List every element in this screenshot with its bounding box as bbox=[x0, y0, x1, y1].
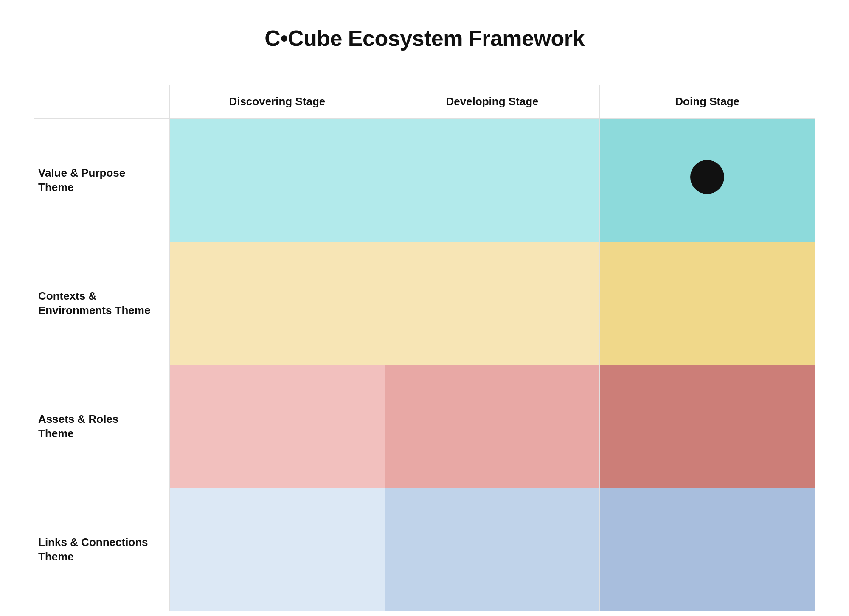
dot-marker bbox=[690, 160, 724, 194]
header-doing: Doing Stage bbox=[600, 85, 815, 119]
header-empty-cell bbox=[34, 85, 170, 119]
cell-links-discovering bbox=[170, 488, 385, 611]
row-label-links-connections: Links & Connections Theme bbox=[34, 488, 170, 611]
cell-contexts-developing bbox=[385, 242, 600, 365]
header-discovering: Discovering Stage bbox=[170, 85, 385, 119]
row-label-value-purpose: Value & Purpose Theme bbox=[34, 119, 170, 242]
cell-value-purpose-doing bbox=[600, 119, 815, 242]
cell-contexts-discovering bbox=[170, 242, 385, 365]
framework-grid: Discovering Stage Developing Stage Doing… bbox=[34, 85, 815, 611]
header-developing: Developing Stage bbox=[385, 85, 600, 119]
row-label-contexts-environments: Contexts & Environments Theme bbox=[34, 242, 170, 365]
cell-links-developing bbox=[385, 488, 600, 611]
page-title: C•Cube Ecosystem Framework bbox=[264, 25, 585, 51]
cell-contexts-doing bbox=[600, 242, 815, 365]
cell-links-doing bbox=[600, 488, 815, 611]
cell-assets-doing bbox=[600, 365, 815, 488]
cell-assets-developing bbox=[385, 365, 600, 488]
cell-value-purpose-discovering bbox=[170, 119, 385, 242]
cell-value-purpose-developing bbox=[385, 119, 600, 242]
row-label-assets-roles: Assets & Roles Theme bbox=[34, 365, 170, 488]
cell-assets-discovering bbox=[170, 365, 385, 488]
